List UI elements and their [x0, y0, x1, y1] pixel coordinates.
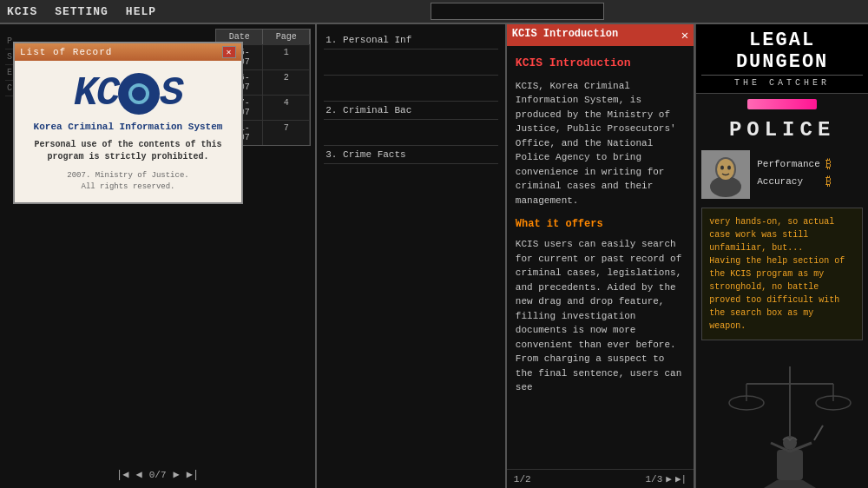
officer-section: Performance ₿ Accuracy ₿: [696, 145, 868, 204]
help-panel: KCIS Introduction ✕ KCIS Introduction KC…: [507, 24, 695, 488]
list-item[interactable]: 1. Personal Inf: [324, 31, 498, 49]
kcis-window-title: List of Record: [20, 47, 112, 57]
help-close-button[interactable]: ✕: [681, 28, 688, 43]
list-item[interactable]: [324, 120, 498, 146]
avatar-image: [703, 152, 748, 197]
help-pagination: 1/2 1/3 ▶ ▶|: [507, 469, 694, 488]
page-cell: 4: [263, 96, 310, 120]
officer-stats: Performance ₿ Accuracy ₿: [757, 157, 832, 192]
page-cell: 7: [263, 121, 310, 145]
svg-point-3: [717, 159, 734, 180]
list-item[interactable]: 3. Crime Facts: [324, 146, 498, 164]
right-panel: LEGAL DUNGEON THE CATCHER POLICE: [695, 24, 868, 488]
kcis-logo: KC S: [25, 71, 231, 116]
right-subtitle: THE CATCHER: [701, 75, 863, 88]
kcis-window: List of Record ✕ KC S Korea Criminal Inf…: [13, 42, 243, 204]
justice-image: [696, 344, 868, 488]
accuracy-icon: ₿: [825, 175, 832, 188]
performance-label: Performance: [757, 159, 820, 169]
list-item[interactable]: [324, 49, 498, 76]
kcis-close-button[interactable]: ✕: [222, 46, 236, 58]
help-main-title: KCIS Introduction: [516, 55, 685, 72]
officer-avatar: [701, 150, 750, 199]
police-title: POLICE: [696, 115, 868, 145]
page-cell: 2: [263, 70, 310, 95]
accuracy-row: Accuracy ₿: [757, 175, 832, 188]
svg-line-16: [814, 425, 823, 440]
left-panel: List of Record ✕ KC S Korea Criminal Inf…: [0, 24, 317, 488]
svg-point-4: [720, 166, 724, 170]
review-text: very hands-on, so actual case work was s…: [701, 208, 863, 340]
svg-rect-13: [777, 450, 803, 480]
kcis-warning: Personal use of the contents of this pro…: [25, 139, 231, 163]
kcis-subtitle: Korea Criminal Information System: [25, 122, 231, 132]
page-last-button[interactable]: ▶|: [187, 468, 199, 481]
help-section-body: KCIS users can easily search for current…: [516, 237, 685, 395]
kcis-logo-kc: KC: [74, 71, 118, 116]
performance-row: Performance ₿: [757, 157, 832, 171]
middle-panel: 1. Personal Inf 2. Criminal Bac 3. Crime…: [317, 24, 507, 488]
menu-setting[interactable]: SETTING: [55, 5, 108, 18]
help-intro-text: KCIS, Korea Criminal Information System,…: [516, 79, 685, 208]
list-item[interactable]: [324, 76, 498, 102]
performance-icon: ₿: [825, 157, 832, 171]
help-last-button[interactable]: ▶|: [675, 473, 687, 485]
svg-point-5: [727, 166, 731, 170]
accuracy-label: Accuracy: [757, 176, 803, 187]
kcis-title-bar: List of Record ✕: [15, 43, 241, 61]
search-input[interactable]: [431, 3, 604, 20]
kcis-body: KC S Korea Criminal Information System P…: [15, 61, 241, 202]
right-header: LEGAL DUNGEON THE CATCHER: [696, 24, 868, 94]
left-pagination: |◀ ◀ 0/7 ▶ ▶|: [0, 468, 315, 481]
help-page-right: 1/3: [646, 474, 663, 485]
right-title: LEGAL DUNGEON: [701, 30, 863, 73]
menu-bar: KCIS SETTING HELP: [0, 0, 868, 24]
kcis-logo-inner-circle: [128, 83, 149, 104]
menu-kcis[interactable]: KCIS: [7, 5, 37, 18]
search-bar-container: [174, 3, 861, 20]
page-cell: 1: [263, 45, 310, 69]
menu-help[interactable]: HELP: [126, 5, 156, 18]
pagination-display: 0/7: [149, 470, 167, 480]
page-next-button[interactable]: ▶: [174, 468, 180, 481]
help-panel-header: KCIS Introduction ✕: [507, 24, 694, 46]
kcis-logo-s: S: [160, 71, 182, 116]
justice-svg: [712, 349, 868, 488]
help-page-right-display: 1/3 ▶ ▶|: [646, 473, 687, 485]
status-bar-area: [696, 94, 868, 115]
main-content: List of Record ✕ KC S Korea Criminal Inf…: [0, 24, 868, 488]
help-panel-title: KCIS Introduction: [512, 28, 618, 43]
kcis-logo-circle: [118, 73, 160, 115]
list-item[interactable]: 2. Criminal Bac: [324, 102, 498, 120]
help-page-left: 1/2: [514, 474, 531, 485]
page-prev-button[interactable]: ◀: [135, 468, 141, 481]
kcis-copyright: 2007. Ministry of Justice. All rights re…: [25, 170, 231, 192]
page-first-button[interactable]: |◀: [116, 468, 128, 481]
help-next-button[interactable]: ▶: [666, 473, 672, 485]
status-bar: [747, 99, 817, 109]
page-header: Page: [263, 30, 310, 44]
help-section-title: What it offers: [516, 216, 685, 232]
help-content: KCIS Introduction KCIS, Korea Criminal I…: [507, 46, 694, 469]
